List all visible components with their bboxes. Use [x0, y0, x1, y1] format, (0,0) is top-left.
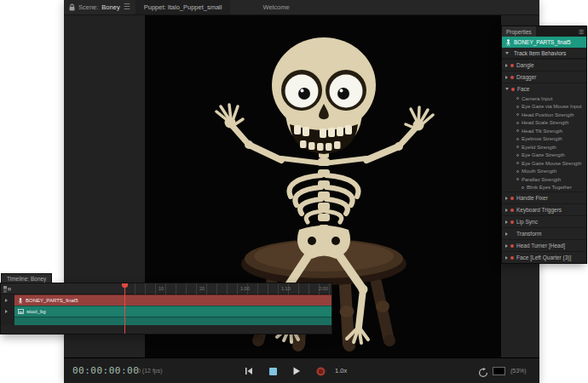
param-bullet-icon	[516, 122, 519, 124]
playhead[interactable]	[124, 283, 125, 334]
record-button[interactable]	[314, 366, 326, 376]
param-row[interactable]: Eyebrow Strength	[502, 135, 586, 144]
scene-name: Boney	[101, 3, 119, 11]
behavior-row-handle-fixer[interactable]: Handle Fixer	[502, 192, 586, 203]
param-row[interactable]: Eye Gaze via Mouse Input	[502, 103, 586, 111]
ruler-tick: 2:00	[319, 286, 328, 291]
timeline-tools-icon[interactable]	[3, 286, 11, 293]
top-bar: Scene: Boney ☰ Puppet: Italo_Puppet_smal…	[64, 0, 539, 15]
chevron-right-icon[interactable]	[505, 256, 508, 260]
param-row[interactable]: Mouth Strength	[502, 168, 586, 176]
chevron-right-icon[interactable]	[5, 299, 8, 302]
behaviors-section-label: Track Item Behaviors	[514, 50, 566, 56]
background-color-swatch[interactable]	[493, 367, 505, 375]
armed-dot-icon[interactable]	[510, 220, 514, 224]
play-button[interactable]	[291, 366, 303, 376]
track-bar-stool[interactable]: stool_bg	[14, 306, 331, 317]
behavior-row-dangle[interactable]: Dangle	[502, 59, 586, 71]
param-row[interactable]: Blink Eyes Together	[502, 184, 586, 192]
selected-puppet-row[interactable]: BONEY_PARTS_final5	[502, 37, 586, 48]
lock-icon	[69, 3, 75, 11]
chevron-right-icon[interactable]	[505, 209, 508, 212]
stop-button[interactable]	[267, 366, 279, 376]
track-row-boney[interactable]: BONEY_PARTS_final5	[1, 294, 331, 306]
param-bullet-icon	[516, 97, 519, 100]
behavior-row-face[interactable]: Face	[502, 83, 586, 94]
panel-menu-icon[interactable]: ☰	[579, 29, 584, 35]
armed-dot-icon[interactable]	[510, 64, 514, 67]
param-row[interactable]: Camera Input	[502, 94, 586, 103]
param-label: Mouth Strength	[522, 169, 556, 174]
param-bullet-icon	[516, 170, 519, 173]
behavior-row-face-left-quarter[interactable]: Face [Left Quarter (3)]	[502, 251, 586, 263]
param-bullet-icon	[516, 162, 519, 164]
behavior-label: Handle Fixer	[516, 195, 548, 201]
param-label: Eye Gaze via Mouse Input	[522, 104, 581, 109]
tab-properties[interactable]: Properties	[502, 26, 536, 37]
behavior-row-keyboard-triggers[interactable]: Keyboard Triggers	[502, 203, 586, 215]
param-bullet-icon	[516, 129, 519, 132]
chevron-right-icon[interactable]	[505, 197, 508, 200]
param-row[interactable]: Head Position Strength	[502, 111, 586, 119]
chevron-right-icon[interactable]	[505, 244, 508, 248]
tab-properties-label: Properties	[506, 29, 532, 35]
param-row[interactable]: Eyelid Strength	[502, 143, 586, 151]
behavior-row-lip-sync[interactable]: Lip Sync	[502, 215, 586, 227]
chevron-right-icon[interactable]	[5, 310, 8, 313]
track-bar-extra[interactable]	[14, 317, 331, 325]
page: Scene: Boney ☰ Puppet: Italo_Puppet_smal…	[0, 0, 588, 383]
tab-welcome[interactable]: Welcome	[254, 0, 297, 14]
param-bullet-icon	[516, 138, 519, 140]
param-row[interactable]: Head Scale Strength	[502, 119, 586, 128]
tab-puppet[interactable]: Puppet: Italo_Puppet_small	[135, 0, 231, 14]
transport-bar: 00:00:00:00 0 (12 fps) 1.0x	[64, 357, 539, 383]
param-row[interactable]: Eye Gaze Mouse Strength	[502, 159, 586, 168]
behavior-row-head-turner[interactable]: Head Turner [Head]	[502, 239, 586, 251]
playback-speed[interactable]: 1.0x	[335, 367, 347, 374]
ruler-tick: 20	[199, 286, 205, 291]
chevron-right-icon[interactable]	[505, 64, 508, 67]
param-row[interactable]: Eye Gaze Strength	[502, 151, 586, 160]
param-bullet-icon	[516, 113, 519, 116]
behavior-row-transform[interactable]: Transform	[502, 227, 586, 239]
armed-dot-icon[interactable]	[510, 76, 514, 79]
timeline-ruler[interactable]: 10 20 1:00 1:10 2:00	[124, 283, 331, 294]
armed-dot-icon[interactable]	[510, 256, 514, 260]
armed-dot-icon[interactable]	[510, 244, 514, 248]
timecode[interactable]: 00:00:00:00	[72, 365, 139, 376]
param-row[interactable]: Parallax Strength	[502, 175, 586, 184]
chevron-right-icon[interactable]	[505, 232, 508, 236]
behavior-row-dragger[interactable]: Dragger	[502, 71, 586, 83]
armed-dot-icon[interactable]	[510, 209, 514, 212]
behaviors-section-header[interactable]: Track Item Behaviors	[502, 48, 586, 59]
track-gutter	[1, 294, 14, 306]
tab-timeline-label: Timeline: Boney	[7, 276, 46, 282]
selected-puppet-label: BONEY_PARTS_final5	[514, 39, 571, 45]
timeline-panel: 10 20 1:00 1:10 2:00 BONEY_PARTS_final5	[0, 283, 332, 334]
param-label: Eyelid Strength	[522, 145, 556, 150]
param-label: Eyebrow Strength	[522, 136, 562, 141]
skip-to-start-button[interactable]	[243, 366, 255, 376]
scene-menu-icon[interactable]: ☰	[124, 3, 130, 11]
skull	[272, 37, 376, 154]
loop-toggle-icon[interactable]	[478, 366, 488, 381]
chevron-right-icon[interactable]	[505, 76, 508, 79]
track-bar-boney[interactable]: BONEY_PARTS_final5	[14, 294, 331, 306]
track-label: BONEY_PARTS_final5	[26, 298, 78, 303]
tab-timeline[interactable]: Timeline: Boney	[1, 273, 52, 283]
frame-info: 0 (12 fps)	[137, 368, 163, 374]
chevron-right-icon[interactable]	[505, 220, 508, 224]
armed-dot-icon[interactable]	[510, 197, 514, 200]
track-row-stool[interactable]: stool_bg	[1, 306, 331, 317]
param-label: Camera Input	[522, 96, 552, 101]
scene-selector[interactable]: Scene: Boney ☰	[64, 0, 135, 14]
playhead-handle[interactable]	[122, 283, 128, 288]
chevron-down-icon[interactable]	[505, 88, 509, 90]
track-row-extra[interactable]	[1, 317, 331, 325]
chevron-down-icon[interactable]	[505, 52, 509, 54]
param-label: Parallax Strength	[522, 177, 561, 182]
param-row[interactable]: Head Tilt Strength	[502, 127, 586, 135]
zoom-level[interactable]: (53%)	[510, 368, 527, 374]
armed-dot-icon[interactable]	[511, 88, 515, 91]
tab-puppet-label: Puppet: Italo_Puppet_small	[144, 3, 222, 11]
